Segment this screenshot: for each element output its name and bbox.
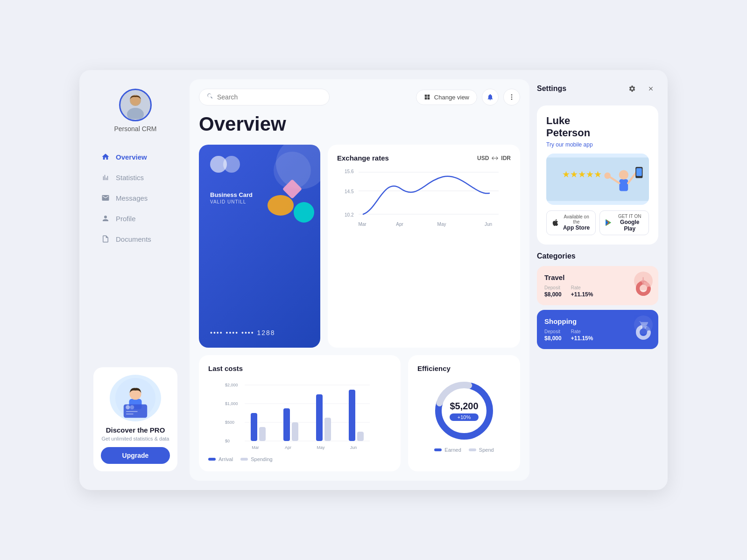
exchange-header: Exchange rates USD IDR xyxy=(337,154,511,162)
currency-pair: USD IDR xyxy=(477,155,511,161)
promo-title: Discover the PRO xyxy=(101,426,170,434)
page-title: Overview xyxy=(199,113,520,135)
store-buttons: Available on the App Store GET IT ON xyxy=(546,210,649,235)
svg-text:Apr: Apr xyxy=(396,222,403,227)
svg-text:Mar: Mar xyxy=(252,445,259,450)
change-view-button[interactable]: Change view xyxy=(416,90,477,105)
donut-percent: +10% xyxy=(450,413,478,421)
svg-rect-43 xyxy=(283,408,290,441)
nav-label-documents: Documents xyxy=(116,235,151,243)
settings-button[interactable] xyxy=(625,81,640,96)
svg-rect-13 xyxy=(425,98,427,100)
categories-title: Categories xyxy=(537,252,658,260)
exchange-title: Exchange rates xyxy=(337,154,389,162)
main-content: Change view Overview xyxy=(190,79,529,481)
svg-rect-48 xyxy=(357,432,364,441)
svg-point-8 xyxy=(130,405,134,409)
travel-deposit-value: $8,000 xyxy=(544,291,562,298)
efficiency-card: Efficiency $5,200 +10% xyxy=(408,355,520,471)
legend-earned-label: Earned xyxy=(444,447,461,453)
sidebar-item-profile[interactable]: Profile xyxy=(93,209,177,228)
search-bar[interactable] xyxy=(199,89,330,105)
efficiency-title: Efficiency xyxy=(417,364,511,372)
search-input[interactable] xyxy=(217,93,322,101)
travel-rate-value: +11.15% xyxy=(571,291,593,298)
nav-items: Overview Statistics Messages xyxy=(93,147,177,248)
svg-rect-62 xyxy=(636,168,642,176)
sidebar-item-documents[interactable]: Documents xyxy=(93,230,177,248)
svg-rect-41 xyxy=(251,413,257,441)
search-icon xyxy=(207,93,213,101)
svg-text:$0: $0 xyxy=(225,439,230,443)
googleplay-small-text: GET IT ON xyxy=(615,214,644,219)
legend-earned-dot xyxy=(434,448,442,451)
user-name: LukePeterson xyxy=(546,115,649,140)
notifications-button[interactable] xyxy=(482,89,499,105)
message-icon xyxy=(101,193,110,203)
svg-rect-12 xyxy=(427,95,430,97)
nav-label-statistics: Statistics xyxy=(116,174,144,182)
shopping-deposit-value: $8,000 xyxy=(544,335,562,342)
nav-label-messages: Messages xyxy=(116,194,148,202)
last-costs-card: Last costs $2,000 $1,000 $500 $0 xyxy=(199,355,401,471)
svg-text:May: May xyxy=(317,445,325,450)
donut-chart: $5,200 +10% xyxy=(417,378,511,443)
svg-text:14.5: 14.5 xyxy=(345,189,354,194)
svg-text:Jun: Jun xyxy=(350,445,357,450)
donut-center: $5,200 +10% xyxy=(450,401,478,421)
last-costs-legend: Arrival Spending xyxy=(208,456,391,462)
sidebar-item-messages[interactable]: Messages xyxy=(93,189,177,207)
svg-text:Apr: Apr xyxy=(285,445,291,450)
legend-spending-label: Spending xyxy=(251,456,273,462)
legend-arrival-dot xyxy=(208,458,216,461)
change-view-label: Change view xyxy=(434,94,469,101)
credit-card: Business Card VALID UNTILL •••• •••• •••… xyxy=(199,145,320,348)
sidebar-logo: Personal CRM xyxy=(114,89,156,133)
appstore-button[interactable]: Available on the App Store xyxy=(546,210,596,235)
legend-spending-dot xyxy=(240,458,248,461)
nav-label-profile: Profile xyxy=(116,215,136,223)
app-illustration: ★★★★★ xyxy=(546,154,649,205)
card-valid-label: VALID UNTILL xyxy=(210,199,309,204)
svg-text:Mar: Mar xyxy=(358,222,366,227)
home-icon xyxy=(101,152,110,161)
svg-point-7 xyxy=(126,405,130,409)
svg-rect-47 xyxy=(349,390,355,441)
categories-section: Categories Travel xyxy=(537,252,658,354)
line-chart-container: 15.6 14.5 10.2 Mar Apr May Jun xyxy=(337,168,511,233)
category-card-shopping: Shopping Deposit $8,000 Rate +11.15% xyxy=(537,310,658,349)
more-options-button[interactable] xyxy=(503,89,520,105)
card-number: •••• •••• •••• 1288 xyxy=(210,329,309,336)
document-icon xyxy=(101,234,110,244)
promo-subtitle: Get unlimited statistics & data xyxy=(101,436,170,441)
svg-rect-14 xyxy=(427,98,430,100)
legend-spend-dot xyxy=(469,448,476,451)
appstore-small-text: Available on the xyxy=(562,214,591,224)
shopping-donut xyxy=(635,324,652,343)
close-button[interactable] xyxy=(643,81,658,96)
sidebar-item-overview[interactable]: Overview xyxy=(93,147,177,166)
googleplay-button[interactable]: GET IT ON Google Play xyxy=(599,210,649,235)
sidebar-item-statistics[interactable]: Statistics xyxy=(93,168,177,187)
category-card-travel: Travel Deposit $8,000 Rate +11.15% xyxy=(537,266,658,305)
svg-rect-44 xyxy=(292,422,298,441)
svg-point-15 xyxy=(511,94,513,96)
svg-point-22 xyxy=(294,202,314,223)
svg-text:15.6: 15.6 xyxy=(345,169,354,174)
avatar xyxy=(119,89,152,121)
upgrade-button[interactable]: Upgrade xyxy=(101,447,170,464)
shopping-rate-value: +11.15% xyxy=(571,335,593,342)
svg-text:May: May xyxy=(437,222,446,227)
currency-from: USD xyxy=(477,155,489,161)
svg-text:$2,000: $2,000 xyxy=(225,383,238,387)
topbar: Change view xyxy=(199,89,520,105)
svg-text:★★★★★: ★★★★★ xyxy=(562,169,602,179)
svg-text:$1,000: $1,000 xyxy=(225,401,238,406)
googleplay-name: Google Play xyxy=(615,219,644,232)
nav-label-overview: Overview xyxy=(116,153,147,161)
travel-rate-label: Rate xyxy=(571,285,593,290)
last-costs-title: Last costs xyxy=(208,364,391,372)
svg-point-17 xyxy=(511,98,513,100)
user-profile-card: LukePeterson Try our mobile app ★★★★★ xyxy=(537,105,658,245)
profile-icon xyxy=(101,214,110,223)
